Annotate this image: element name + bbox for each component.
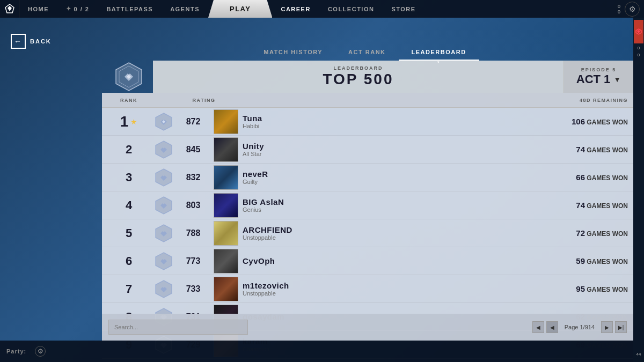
row-badge-2 — [150, 140, 177, 159]
table-row[interactable]: 1 ★ 872 Tuna Habibi 106 GAMES WON — [102, 108, 633, 136]
nav-item-battlepass[interactable]: BATTLEPASS — [98, 0, 162, 18]
table-footer: ◀ ◀ Page 1/914 ▶ ▶| — [102, 314, 633, 341]
row-games-3: 66 GAMES WON — [553, 173, 628, 182]
row-player-info-3: neveR Guilty — [243, 169, 553, 185]
row-badge-3 — [150, 168, 177, 187]
lb-episode-label: EPISODE 5 — [581, 67, 617, 72]
pagination-next-button[interactable]: ▶ — [601, 321, 613, 333]
row-rating-6: 773 — [177, 256, 209, 266]
pagination-prev-button[interactable]: ◀ — [532, 321, 544, 333]
table-row[interactable]: 3 832 neveR Guilty 66 GAMES WON — [102, 164, 633, 191]
row-avatar-3 — [214, 165, 238, 190]
rank-badge-container — [102, 61, 156, 93]
row-badge-7 — [150, 279, 177, 299]
right-panel-icon[interactable] — [634, 20, 643, 43]
party-label: Party: — [6, 348, 26, 354]
row-badge-5 — [150, 224, 177, 243]
row-rating-2: 845 — [177, 145, 209, 154]
pagination-prev2-button[interactable]: ◀ — [546, 321, 558, 333]
row-rank-1: 1 ★ — [107, 113, 150, 130]
table-header: RANK RATING 48d REMAINING — [102, 93, 633, 108]
nav-items: HOME ✦ 0 / 2 BATTLEPASS AGENTS PLAY CARE… — [19, 0, 618, 18]
row-player-info-1: Tuna Habibi — [243, 114, 553, 129]
pagination: ◀ ◀ Page 1/914 ▶ ▶| — [532, 321, 627, 333]
rank-badge-icon — [114, 62, 144, 92]
table-row[interactable]: 6 773 CyvOph 59 GAMES WON — [102, 247, 633, 275]
svg-marker-1 — [8, 6, 12, 11]
row-player-info-6: CyvOph — [243, 256, 553, 265]
row-avatar-2 — [214, 137, 238, 162]
right-panel-num-0: 0 — [638, 46, 640, 50]
right-panel-num-2: 44 — [636, 348, 641, 358]
row-badge-4 — [150, 196, 177, 215]
back-arrow-icon: ← — [11, 34, 26, 49]
th-remaining: 48d REMAINING — [553, 98, 628, 103]
row-rating-1: 872 — [177, 117, 209, 127]
lb-subtitle: LEADERBOARD — [333, 65, 383, 71]
nav-settings-button[interactable]: ⚙ — [625, 2, 640, 17]
nav-star-icon: ✦ — [66, 5, 72, 12]
party-bar: Party: ⚙ — [0, 341, 633, 362]
row-player-info-7: m1tezovich Unstoppable — [243, 281, 553, 297]
table-row[interactable]: 5 788 ARCHFIEND Unstoppable 72 GAMES WON — [102, 219, 633, 247]
lb-act-dropdown-icon: ▼ — [613, 75, 621, 84]
tab-bar: MATCH HISTORY ACT RANK LEADERBOARD — [97, 18, 633, 61]
nav-item-agents[interactable]: AGENTS — [162, 0, 208, 18]
th-rank: RANK — [107, 98, 150, 103]
rank-star-icon: ★ — [130, 117, 137, 126]
row-rating-5: 788 — [177, 228, 209, 238]
nav-progress: 0 / 2 — [74, 6, 90, 12]
row-rating-4: 803 — [177, 201, 209, 210]
nav-currency: 0 0 — [618, 4, 620, 14]
lb-main-title: TOP 500 — [323, 71, 393, 88]
row-games-2: 74 GAMES WON — [553, 145, 628, 154]
main-content: ← BACK MATCH HISTORY ACT RANK LEADERBOAR… — [0, 18, 633, 341]
right-panel-num-1: 0 — [638, 53, 640, 57]
row-rank-5: 5 — [107, 226, 150, 240]
nav-item-play[interactable]: PLAY — [208, 0, 272, 18]
search-box[interactable] — [108, 320, 248, 335]
row-games-5: 72 GAMES WON — [553, 228, 628, 238]
table-row[interactable]: 7 733 m1tezovich Unstoppable 95 GAMES WO… — [102, 275, 633, 303]
party-settings-button[interactable]: ⚙ — [35, 346, 46, 357]
row-avatar-6 — [214, 249, 238, 274]
nav-item-career[interactable]: CAREER — [272, 0, 319, 18]
lb-act: ACT 1 ▼ — [576, 72, 621, 86]
row-games-4: 74 GAMES WON — [553, 201, 628, 210]
nav-item-collection[interactable]: COLLECTION — [319, 0, 383, 18]
nav-star-container: ✦ 0 / 2 — [57, 0, 98, 18]
row-avatar-7 — [214, 277, 238, 301]
top-nav: HOME ✦ 0 / 2 BATTLEPASS AGENTS PLAY CARE… — [0, 0, 644, 18]
lb-title-section: LEADERBOARD TOP 500 — [153, 65, 564, 88]
row-player-info-2: Unity All Star — [243, 142, 553, 157]
tab-leaderboard[interactable]: LEADERBOARD — [399, 45, 479, 61]
right-panel: 0 0 44 — [633, 18, 644, 362]
row-rank-4: 4 — [107, 198, 150, 212]
row-rating-7: 733 — [177, 284, 209, 294]
row-player-info-5: ARCHFIEND Unstoppable — [243, 225, 553, 241]
row-games-6: 59 GAMES WON — [553, 256, 628, 265]
tab-match-history[interactable]: MATCH HISTORY — [251, 45, 335, 61]
row-badge-6 — [150, 252, 177, 271]
back-button[interactable]: ← BACK — [11, 34, 52, 49]
table-row[interactable]: 4 803 BIG AslaN Genius 74 GAMES WON — [102, 191, 633, 219]
row-rating-3: 832 — [177, 173, 209, 182]
row-games-1: 106 GAMES WON — [553, 117, 628, 126]
th-rating: RATING — [177, 98, 231, 103]
table-row[interactable]: 2 845 Unity All Star 74 GAMES WON — [102, 136, 633, 164]
lb-episode-section[interactable]: EPISODE 5 ACT 1 ▼ — [564, 61, 633, 93]
nav-right: 0 0 ⚙ — [618, 2, 640, 17]
nav-item-store[interactable]: STORE — [383, 0, 424, 18]
nav-item-home[interactable]: HOME — [19, 0, 57, 18]
row-avatar-4 — [214, 193, 238, 218]
leaderboard-table: RANK RATING 48d REMAINING 1 ★ 872 Tuna H… — [102, 93, 633, 314]
row-rank-2: 2 — [107, 143, 150, 157]
tab-act-rank[interactable]: ACT RANK — [335, 45, 398, 61]
row-rank-6: 6 — [107, 254, 150, 268]
page-info: Page 1/914 — [560, 324, 599, 330]
pagination-last-button[interactable]: ▶| — [615, 321, 627, 333]
leaderboard-header: LEADERBOARD TOP 500 EPISODE 5 ACT 1 ▼ — [153, 61, 633, 93]
search-input[interactable] — [114, 324, 242, 330]
row-avatar-5 — [214, 221, 238, 246]
nav-logo[interactable] — [0, 0, 19, 18]
